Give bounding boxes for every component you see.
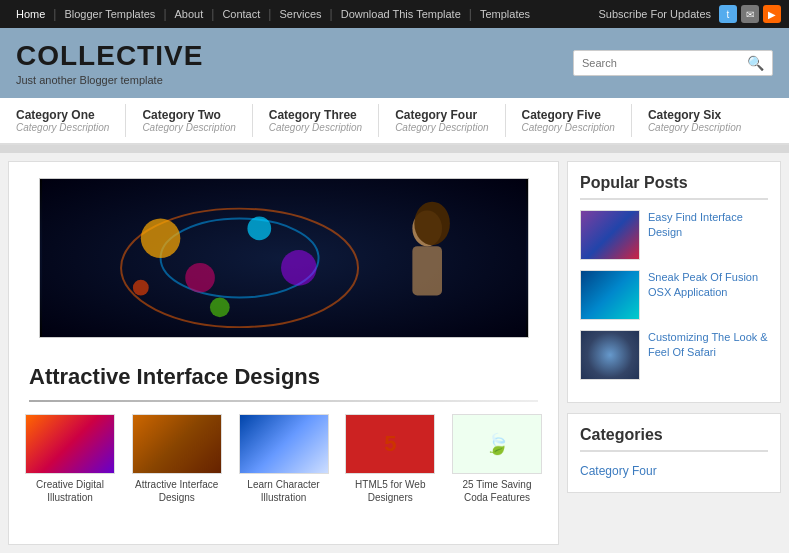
thumb-label-3: Learn Character Illustration	[239, 478, 329, 504]
svg-rect-0	[42, 179, 526, 337]
thumb-image-1	[25, 414, 115, 474]
category-four[interactable]: Category Four Category Description	[379, 104, 505, 137]
rss-icon[interactable]: ▶	[763, 5, 781, 23]
sidebar: Popular Posts Easy Find Interface Design…	[559, 153, 789, 553]
thumb-label-2: Attractive Interface Designs	[132, 478, 222, 504]
thumb-image-4: 5	[345, 414, 435, 474]
coda-leaf-icon: 🍃	[485, 432, 510, 456]
gray-separator	[0, 145, 789, 153]
thumb-item-1[interactable]: Creative Digital Illustration	[25, 414, 115, 504]
svg-point-11	[414, 202, 450, 245]
search-input[interactable]	[582, 57, 747, 69]
popular-thumb-3	[580, 330, 640, 380]
categories-section: Categories Category Four	[567, 413, 781, 493]
popular-posts-section: Popular Posts Easy Find Interface Design…	[567, 161, 781, 403]
category-one[interactable]: Category One Category Description	[0, 104, 126, 137]
thumb-item-2[interactable]: Attractive Interface Designs	[132, 414, 222, 504]
svg-point-5	[247, 217, 271, 241]
thumb-label-5: 25 Time Saving Coda Features	[452, 478, 542, 504]
popular-post-2[interactable]: Sneak Peak Of Fusion OSX Application	[580, 270, 768, 320]
popular-post-3[interactable]: Customizing The Look & Feel Of Safari	[580, 330, 768, 380]
nav-templates[interactable]: Templates	[472, 0, 538, 28]
nav-home[interactable]: Home	[8, 0, 53, 28]
article-divider	[29, 400, 538, 402]
category-three[interactable]: Category Three Category Description	[253, 104, 379, 137]
category-six[interactable]: Category Six Category Description	[632, 104, 757, 137]
thumb-item-3[interactable]: Learn Character Illustration	[239, 414, 329, 504]
sidebar-category-four[interactable]: Category Four	[580, 462, 768, 480]
nav-services[interactable]: Services	[271, 0, 329, 28]
svg-point-8	[132, 280, 148, 296]
thumb-item-5[interactable]: 🍃 25 Time Saving Coda Features	[452, 414, 542, 504]
popular-thumb-2	[580, 270, 640, 320]
popular-thumb-1	[580, 210, 640, 260]
thumb-item-4[interactable]: 5 HTML5 for Web Designers	[345, 414, 435, 504]
site-title: COLLECTIVE	[16, 40, 203, 72]
popular-post-title-3: Customizing The Look & Feel Of Safari	[648, 330, 768, 361]
nav-about[interactable]: About	[167, 0, 212, 28]
site-subtitle: Just another Blogger template	[16, 74, 203, 86]
twitter-icon[interactable]: t	[719, 5, 737, 23]
search-box[interactable]: 🔍	[573, 50, 773, 76]
thumb-image-5: 🍃	[452, 414, 542, 474]
top-navigation: Home | Blogger Templates | About | Conta…	[0, 0, 789, 28]
categories-title: Categories	[580, 426, 768, 452]
subscribe-label: Subscribe For Updates	[599, 8, 712, 20]
popular-post-1[interactable]: Easy Find Interface Design	[580, 210, 768, 260]
svg-point-4	[185, 263, 215, 293]
svg-point-3	[140, 219, 180, 259]
thumb-label-1: Creative Digital Illustration	[25, 478, 115, 504]
article-title: Attractive Interface Designs	[9, 354, 558, 396]
social-icons: t ✉ ▶	[719, 5, 781, 23]
main-layout: Attractive Interface Designs Creative Di…	[0, 153, 789, 553]
thumb-label-4: HTML5 for Web Designers	[345, 478, 435, 504]
site-header: COLLECTIVE Just another Blogger template…	[0, 28, 789, 98]
site-branding: COLLECTIVE Just another Blogger template	[16, 40, 203, 86]
html5-logo-icon: 5	[384, 431, 396, 457]
category-navigation: Category One Category Description Catego…	[0, 98, 789, 145]
svg-point-7	[281, 250, 317, 286]
popular-post-title-2: Sneak Peak Of Fusion OSX Application	[648, 270, 768, 301]
thumbnail-list: Creative Digital Illustration Attractive…	[9, 414, 558, 504]
popular-posts-title: Popular Posts	[580, 174, 768, 200]
main-content: Attractive Interface Designs Creative Di…	[8, 161, 559, 545]
hero-image	[39, 178, 529, 338]
search-button[interactable]: 🔍	[747, 55, 764, 71]
thumb-image-2	[132, 414, 222, 474]
email-icon[interactable]: ✉	[741, 5, 759, 23]
category-two[interactable]: Category Two Category Description	[126, 104, 252, 137]
category-five[interactable]: Category Five Category Description	[506, 104, 632, 137]
svg-rect-10	[412, 246, 442, 295]
svg-point-6	[209, 298, 229, 318]
popular-post-title-1: Easy Find Interface Design	[648, 210, 768, 241]
nav-contact[interactable]: Contact	[214, 0, 268, 28]
nav-download[interactable]: Download This Template	[333, 0, 469, 28]
thumb-image-3	[239, 414, 329, 474]
nav-blogger-templates[interactable]: Blogger Templates	[56, 0, 163, 28]
